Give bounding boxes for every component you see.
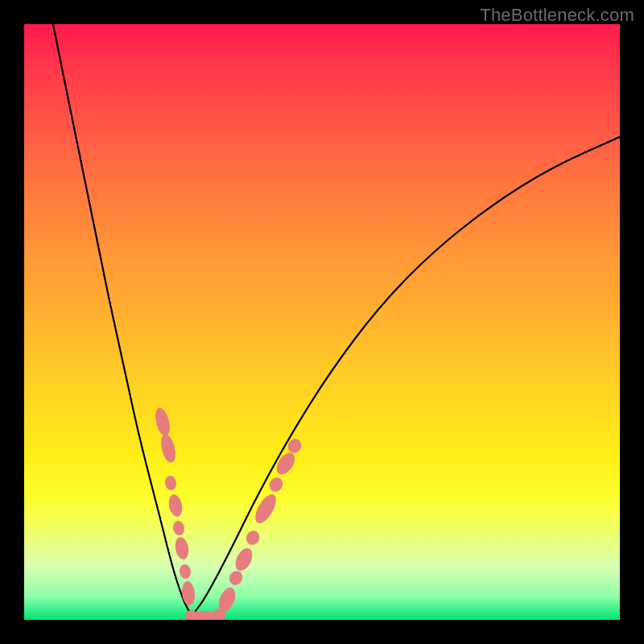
bead-marker <box>251 491 280 526</box>
bead-marker <box>273 450 299 478</box>
bead-marker <box>244 528 262 547</box>
bottleneck-chart <box>24 24 620 620</box>
bead-group <box>153 407 304 620</box>
bead-marker <box>164 475 178 491</box>
bead-marker <box>179 564 192 580</box>
watermark-text: TheBottleneck.com <box>480 5 634 26</box>
chart-frame <box>24 24 620 620</box>
bead-marker <box>174 536 191 560</box>
bead-marker <box>266 475 285 494</box>
curve-left-branch <box>53 24 192 615</box>
bead-marker <box>167 493 184 518</box>
bead-marker <box>180 580 196 606</box>
bead-marker <box>159 433 178 464</box>
bead-marker <box>227 569 245 588</box>
bead-marker <box>232 546 255 574</box>
bead-marker <box>153 407 172 438</box>
bead-marker <box>172 520 186 536</box>
